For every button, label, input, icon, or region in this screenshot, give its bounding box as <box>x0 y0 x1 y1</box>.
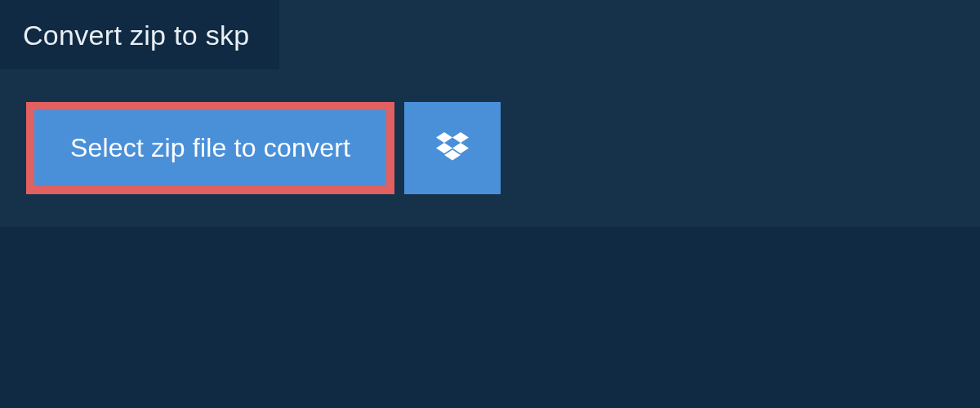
action-row: Select zip file to convert <box>26 102 980 194</box>
dropbox-button[interactable] <box>404 102 501 194</box>
dropbox-icon <box>436 132 469 165</box>
tab-label: Convert zip to skp <box>23 20 250 51</box>
select-file-button[interactable]: Select zip file to convert <box>26 102 394 194</box>
tab-convert[interactable]: Convert zip to skp <box>0 0 279 69</box>
converter-panel: Convert zip to skp Select zip file to co… <box>0 0 980 227</box>
select-file-label: Select zip file to convert <box>70 133 350 163</box>
